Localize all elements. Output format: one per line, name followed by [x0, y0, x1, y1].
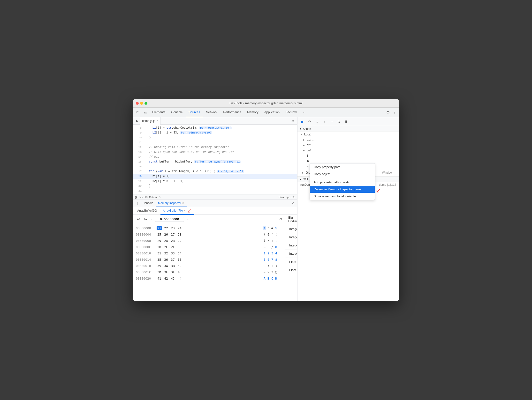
hex-refresh-icon[interactable]: ↻	[279, 217, 282, 222]
pause-on-exceptions-icon[interactable]: ⏸	[343, 119, 349, 125]
tab-elements[interactable]: Elements	[149, 108, 168, 117]
hex-chars-0: ! " # $	[263, 226, 282, 230]
buffer-tab-0[interactable]: ArrayBuffer(60)	[135, 207, 160, 215]
hex-byte-11[interactable]: 26	[163, 233, 169, 236]
hex-byte-02[interactable]: 23	[170, 226, 175, 230]
bottom-panel-close-icon[interactable]: ✕	[290, 201, 296, 205]
hex-byte-10[interactable]: 25	[157, 233, 162, 236]
tab-more[interactable]: »	[300, 108, 307, 117]
scope-item-buf[interactable]: ▶ buf	[297, 148, 399, 153]
hex-byte-31[interactable]: 2E	[163, 245, 169, 249]
hex-byte-30[interactable]: 2D	[157, 245, 162, 249]
scope-header[interactable]: ▼ Scope	[297, 126, 399, 132]
hex-char-70: =	[263, 270, 266, 274]
tab-application[interactable]: Application	[261, 108, 283, 117]
deactivate-breakpoints-icon[interactable]: ⊘	[336, 119, 342, 125]
file-tab-close-icon[interactable]: ✕	[156, 119, 158, 122]
hex-byte-53[interactable]: 38	[177, 258, 182, 261]
hex-byte-33[interactable]: 30	[177, 245, 182, 249]
ctx-copy-object[interactable]: Copy object	[310, 170, 375, 178]
cursor-icon[interactable]: ⬚	[134, 109, 141, 116]
ctx-reveal-memory-inspector[interactable]: Reveal in Memory Inspector panel	[310, 186, 375, 193]
hex-byte-41[interactable]: 32	[163, 252, 169, 255]
scope-key-b2: b2:	[307, 143, 311, 147]
hex-byte-50[interactable]: 35	[157, 258, 162, 261]
tab-network[interactable]: Network	[203, 108, 220, 117]
buffer-tab-close-icon[interactable]: ✕	[184, 209, 186, 212]
hex-byte-00[interactable]: 21	[157, 226, 162, 230]
hex-byte-51[interactable]: 36	[163, 258, 169, 261]
hex-byte-82[interactable]: 43	[170, 277, 175, 280]
tab-sources[interactable]: Sources	[186, 108, 203, 117]
maximize-button[interactable]	[144, 102, 147, 105]
hex-byte-80[interactable]: 41	[157, 277, 162, 280]
pretty-print-icon[interactable]: {}	[135, 196, 137, 199]
red-arrow-annotation: ↙	[187, 208, 192, 214]
scope-item-b1[interactable]: ▶ b1: …	[297, 137, 399, 142]
tab-security[interactable]: Security	[282, 108, 300, 117]
ctx-store-global[interactable]: Store object as global variable	[310, 193, 375, 200]
tab-console-bottom[interactable]: Console	[140, 200, 156, 207]
hex-byte-20[interactable]: 29	[157, 239, 162, 243]
scope-local-header[interactable]: ▼ Local	[297, 132, 399, 137]
hex-back-icon[interactable]: ↩	[136, 216, 141, 222]
file-tree-icon[interactable]: ▶	[134, 118, 140, 124]
file-tab-demo-js[interactable]: demo-js.js ✕	[140, 117, 160, 125]
close-button[interactable]	[136, 102, 139, 105]
endian-select[interactable]: Big Endian ▾	[288, 216, 297, 223]
more-options-icon[interactable]: ⋮	[391, 109, 398, 116]
hex-byte-63[interactable]: 3C	[177, 264, 182, 268]
hex-byte-01[interactable]: 22	[163, 226, 169, 230]
hex-byte-40[interactable]: 31	[157, 252, 162, 255]
hex-byte-70[interactable]: 3D	[157, 270, 162, 274]
hex-byte-72[interactable]: 3F	[170, 270, 175, 274]
hex-byte-22[interactable]: 2B	[170, 239, 175, 243]
hex-char-73: @	[274, 270, 278, 274]
hex-next-icon[interactable]: ›	[186, 217, 189, 222]
tab-memory-inspector[interactable]: Memory Inspector ✕	[156, 200, 187, 207]
hex-byte-21[interactable]: 2A	[163, 239, 169, 243]
settings-gear-icon[interactable]: ⚙	[385, 109, 391, 116]
hex-byte-12[interactable]: 27	[170, 233, 175, 236]
hex-addr-6: 00000018	[136, 264, 155, 268]
bottom-panel-menu-icon[interactable]: ⋮	[134, 200, 140, 206]
memory-inspector-tab-close-icon[interactable]: ✕	[182, 202, 184, 204]
hex-byte-13[interactable]: 28	[177, 233, 182, 236]
hex-char-71: >	[267, 270, 270, 274]
hex-byte-42[interactable]: 33	[170, 252, 175, 255]
hex-byte-43[interactable]: 34	[177, 252, 182, 255]
hex-byte-03[interactable]: 24	[177, 226, 182, 230]
cursor-position: Line 18, Column 5	[139, 196, 160, 199]
tab-performance[interactable]: Performance	[220, 108, 244, 117]
hex-byte-83[interactable]: 44	[177, 277, 182, 280]
hex-prev-icon[interactable]: ‹	[150, 217, 153, 222]
hex-byte-81[interactable]: 42	[163, 277, 169, 280]
mobile-icon[interactable]: ▭	[142, 109, 149, 116]
minimize-button[interactable]	[140, 102, 143, 105]
hex-byte-73[interactable]: 40	[177, 270, 182, 274]
hex-forward-icon[interactable]: ↪	[143, 216, 148, 222]
hex-byte-52[interactable]: 37	[170, 258, 175, 261]
step-icon[interactable]: →	[328, 119, 335, 125]
hex-byte-61[interactable]: 3A	[163, 264, 169, 268]
resume-icon[interactable]: ▶	[299, 119, 306, 125]
ctx-add-to-watch[interactable]: Add property path to watch	[310, 179, 375, 186]
buffer-tab-1[interactable]: ArrayBuffer(70) ✕ ↙	[160, 207, 194, 215]
hex-address-input[interactable]	[155, 217, 184, 222]
format-source-icon[interactable]: ≫	[290, 118, 296, 124]
scope-item-i: i:	[297, 153, 399, 158]
hex-char-82: C	[271, 277, 274, 280]
step-into-icon[interactable]: ↓	[314, 119, 320, 125]
hex-byte-71[interactable]: 3E	[163, 270, 169, 274]
hex-byte-32[interactable]: 2F	[170, 245, 175, 249]
hex-byte-62[interactable]: 3B	[170, 264, 175, 268]
ctx-copy-property-path[interactable]: Copy property path	[310, 163, 375, 170]
step-over-icon[interactable]: ↷	[307, 119, 313, 125]
hex-byte-23[interactable]: 2C	[177, 239, 182, 243]
tab-console[interactable]: Console	[168, 108, 186, 117]
scope-item-b2[interactable]: ▶ b2: …	[297, 142, 399, 148]
tab-memory[interactable]: Memory	[244, 108, 261, 117]
buffer-tabs: ArrayBuffer(60) ArrayBuffer(70) ✕ ↙	[133, 207, 297, 215]
hex-byte-60[interactable]: 39	[157, 264, 162, 268]
step-out-icon[interactable]: ↑	[321, 119, 327, 125]
